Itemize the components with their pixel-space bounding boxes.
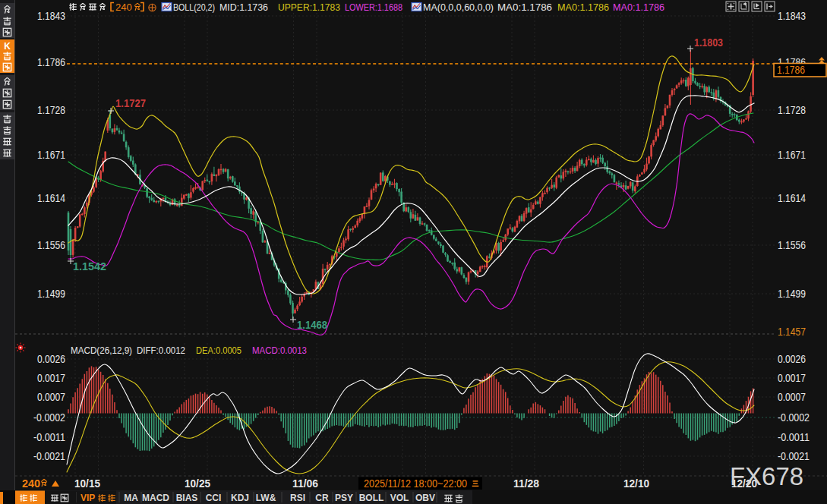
svg-text:1.1542: 1.1542 xyxy=(73,260,106,272)
svg-text:1.1671: 1.1671 xyxy=(778,149,806,161)
svg-text:240: 240 xyxy=(115,2,132,13)
svg-text:-0.0011: -0.0011 xyxy=(778,431,810,443)
svg-text:MACD(26,12,9): MACD(26,12,9) xyxy=(71,345,132,356)
svg-text:1.1786: 1.1786 xyxy=(777,64,805,76)
svg-text:-0.0021: -0.0021 xyxy=(778,450,810,462)
svg-text:K: K xyxy=(4,41,11,52)
svg-text:OBV: OBV xyxy=(415,493,435,503)
svg-text:MACD:0.0013: MACD:0.0013 xyxy=(252,345,307,356)
svg-text:1.1499: 1.1499 xyxy=(778,288,806,300)
svg-text:2025/11/12 18:00~22:00: 2025/11/12 18:00~22:00 xyxy=(364,477,467,490)
svg-text:1.1728: 1.1728 xyxy=(37,104,65,116)
svg-text:0.0007: 0.0007 xyxy=(37,391,65,403)
svg-text:MA0:1.1786: MA0:1.1786 xyxy=(497,2,552,13)
svg-text:1.1727: 1.1727 xyxy=(115,97,146,109)
svg-text:MA0:1.1786: MA0:1.1786 xyxy=(557,2,609,13)
svg-text:-0.0011: -0.0011 xyxy=(33,431,65,443)
svg-text:0.0026: 0.0026 xyxy=(37,353,65,365)
svg-text:11/06: 11/06 xyxy=(292,477,318,490)
svg-text:VOL: VOL xyxy=(390,493,409,503)
svg-text:1.1614: 1.1614 xyxy=(778,192,806,204)
svg-text:-0.0021: -0.0021 xyxy=(33,450,65,462)
svg-text:10/15: 10/15 xyxy=(74,477,100,490)
svg-text:1.1556: 1.1556 xyxy=(37,239,65,251)
svg-text:UPPER:1.1783: UPPER:1.1783 xyxy=(278,2,340,13)
svg-text:MA0:1.1786: MA0:1.1786 xyxy=(613,2,664,13)
svg-text:LW&: LW& xyxy=(256,493,276,503)
svg-text:FX678: FX678 xyxy=(730,462,803,490)
svg-text:VIP: VIP xyxy=(80,493,95,503)
svg-text:MACD: MACD xyxy=(142,493,169,503)
svg-text:1.1468: 1.1468 xyxy=(297,319,327,331)
svg-text:LOWER:1.1688: LOWER:1.1688 xyxy=(345,2,402,13)
svg-text:1.1457: 1.1457 xyxy=(778,326,806,338)
svg-text:PSY: PSY xyxy=(335,493,353,503)
svg-text:KDJ: KDJ xyxy=(231,493,249,503)
svg-text:DEA:0.0005: DEA:0.0005 xyxy=(196,345,241,356)
svg-text:11/28: 11/28 xyxy=(513,477,539,490)
svg-text:240: 240 xyxy=(22,477,40,490)
svg-text:CCI: CCI xyxy=(206,493,222,503)
svg-text:1.1671: 1.1671 xyxy=(37,149,65,161)
svg-text:-0.0002: -0.0002 xyxy=(33,411,65,424)
svg-text:-0.0002: -0.0002 xyxy=(778,411,810,424)
svg-text:CR: CR xyxy=(315,493,329,503)
svg-text:MID:1.1736: MID:1.1736 xyxy=(219,2,268,13)
svg-text:1.1843: 1.1843 xyxy=(778,10,806,22)
svg-text:1.1803: 1.1803 xyxy=(694,36,723,49)
svg-text:BIAS: BIAS xyxy=(176,493,198,503)
svg-text:MA(0,0,0,60,0,0): MA(0,0,0,60,0,0) xyxy=(423,2,494,13)
svg-text:MA: MA xyxy=(124,493,138,503)
svg-text:1.1786: 1.1786 xyxy=(37,56,65,68)
svg-text:10/25: 10/25 xyxy=(185,477,210,490)
svg-text:1.1614: 1.1614 xyxy=(37,192,65,204)
svg-text:0.0017: 0.0017 xyxy=(778,372,806,384)
svg-text:0.0007: 0.0007 xyxy=(778,391,806,403)
svg-text:0.0017: 0.0017 xyxy=(37,372,65,384)
svg-text:0.0026: 0.0026 xyxy=(778,353,806,365)
svg-text:RSI: RSI xyxy=(290,493,305,503)
svg-text:12/10: 12/10 xyxy=(623,477,649,490)
svg-text:1.1499: 1.1499 xyxy=(37,288,65,300)
svg-text:1.1556: 1.1556 xyxy=(778,239,806,251)
svg-text:BOLL(20,2): BOLL(20,2) xyxy=(173,2,215,13)
svg-text:1.1728: 1.1728 xyxy=(778,104,806,116)
svg-text:DIFF:0.0012: DIFF:0.0012 xyxy=(137,345,185,356)
svg-text:BOLL: BOLL xyxy=(359,493,384,503)
svg-text:1.1843: 1.1843 xyxy=(37,10,65,22)
